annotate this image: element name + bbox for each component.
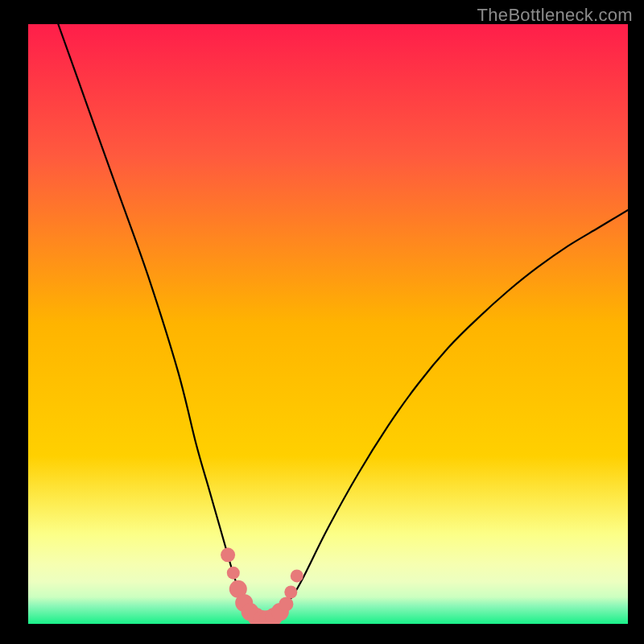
marker-point <box>221 547 235 562</box>
gradient-background <box>28 24 628 624</box>
marker-point <box>291 569 303 582</box>
marker-point <box>284 586 297 599</box>
chart-area <box>28 24 628 624</box>
attribution-text: TheBottleneck.com <box>477 5 633 26</box>
marker-point <box>279 597 293 611</box>
marker-point <box>227 567 240 580</box>
chart-svg <box>28 24 628 624</box>
outer-frame: TheBottleneck.com <box>0 0 644 644</box>
